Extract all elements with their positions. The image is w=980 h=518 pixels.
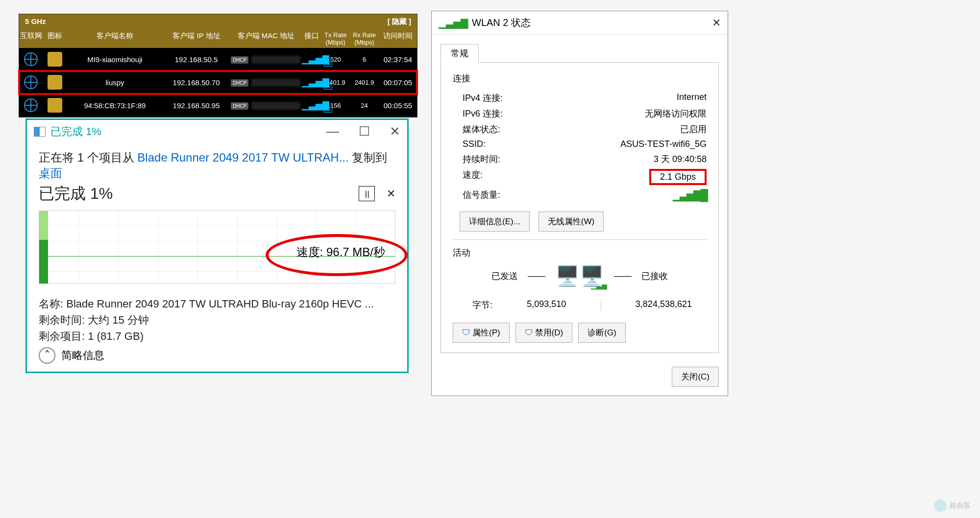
col-time: 访问时间 — [379, 31, 417, 46]
cancel-button[interactable]: ✕ — [387, 188, 395, 200]
ssid-label: SSID: — [463, 139, 486, 149]
col-name: 客户端名称 — [67, 31, 163, 46]
globe-icon — [24, 75, 38, 89]
props-label: 属性(P) — [472, 328, 500, 337]
router-client-panel: 5 GHz [ 隐藏 ] 互联网 图标 客户端名称 客户端 IP 地址 客户端 … — [19, 14, 417, 118]
signal-label: 信号质量: — [463, 189, 500, 202]
name-label: 名称: — [39, 298, 66, 310]
copy-icon — [34, 127, 46, 137]
copy-description: 正在将 1 个项目从 Blade Runner 2049 2017 TW ULT… — [39, 150, 395, 181]
col-icon: 图标 — [43, 31, 67, 46]
access-time: 02:37:54 — [379, 55, 417, 64]
band-label: 5 GHz — [25, 17, 46, 26]
table-row[interactable]: liuspy192.168.50.70DHCP▁▃▅▇5G2401.92401.… — [19, 71, 417, 94]
client-mac: DHCP — [230, 55, 302, 64]
diagnose-button[interactable]: 诊断(G) — [578, 323, 626, 343]
shield-icon: 🛡 — [462, 328, 470, 337]
copy-title: 已完成 1% — [50, 124, 101, 139]
client-name: 94:58:CB:73:1F:89 — [67, 101, 163, 110]
bytes-label: 字节: — [472, 299, 492, 311]
wlan-title: WLAN 2 状态 — [472, 16, 531, 29]
bytes-separator — [601, 299, 601, 311]
general-tab[interactable]: 常规 — [441, 44, 479, 63]
speed-label: 速度: — [463, 169, 483, 185]
items-label: 剩余项目: — [39, 330, 88, 342]
sent-label: 已发送 — [491, 270, 518, 282]
wlan-status-dialog: ▁▃▅▇ WLAN 2 状态 ✕ 常规 连接 IPv4 连接:Internet … — [431, 11, 728, 396]
close-button[interactable]: ✕ — [390, 124, 400, 139]
disable-button[interactable]: 🛡禁用(D) — [515, 323, 573, 343]
device-icon — [48, 75, 62, 90]
speed-highlight-annotation — [266, 234, 408, 276]
copy-dest-link[interactable]: 桌面 — [39, 166, 62, 180]
computers-icon: 🖥️🖥️▁▃▅ — [555, 264, 604, 287]
minimize-button[interactable]: — — [326, 124, 339, 139]
col-ip: 客户端 IP 地址 — [163, 31, 230, 46]
signal-bars-icon: ▁▃▅▇█ — [673, 189, 707, 202]
rx-rate: 24 — [350, 102, 379, 109]
ipv4-label: IPv4 连接: — [463, 92, 503, 104]
access-time: 00:07:05 — [379, 78, 417, 87]
recv-label: 已接收 — [641, 270, 668, 282]
watermark-icon — [934, 499, 947, 512]
watermark-text: 路由器 — [950, 501, 970, 510]
table-row[interactable]: MI9-xiaomishouji192.168.50.5DHCP▁▃▅▇5G52… — [19, 48, 417, 71]
hide-toggle[interactable]: [ 隐藏 ] — [388, 17, 411, 26]
copy-source-link[interactable]: Blade Runner 2049 2017 TW ULTRAH... — [137, 151, 348, 164]
dash-icon: —— — [528, 271, 545, 281]
rx-rate: 2401.9 — [350, 79, 379, 86]
ipv6-value: 无网络访问权限 — [645, 108, 707, 119]
shield-icon: 🛡 — [525, 328, 533, 337]
duration-label: 持续时间: — [463, 153, 500, 165]
time-value: 大约 15 分钟 — [88, 314, 149, 326]
properties-button[interactable]: 🛡属性(P) — [453, 323, 510, 343]
pause-button[interactable]: ॥ — [359, 186, 375, 201]
file-copy-dialog: 已完成 1% — ☐ ✕ 正在将 1 个项目从 Blade Runner 204… — [25, 118, 409, 373]
watermark: 路由器 — [934, 499, 970, 512]
client-ip: 192.168.50.5 — [163, 55, 230, 64]
router-band-header: 5 GHz [ 隐藏 ] — [19, 14, 417, 29]
media-label: 媒体状态: — [463, 123, 500, 135]
client-name: liuspy — [67, 78, 163, 87]
rx-rate: 6 — [350, 56, 379, 63]
divider — [453, 239, 707, 240]
table-row[interactable]: 94:58:CB:73:1F:89192.168.50.95DHCP▁▃▅▇5G… — [19, 94, 417, 117]
device-icon — [48, 52, 62, 67]
col-intf: 接口 — [302, 31, 321, 46]
details-button[interactable]: 详细信息(E)... — [460, 212, 530, 232]
col-mac: 客户端 MAC 地址 — [230, 31, 302, 46]
client-mac: DHCP — [230, 78, 302, 87]
chevron-up-icon: ˄ — [39, 347, 55, 364]
activity-section: 活动 — [453, 247, 707, 259]
copy-mid: 复制到 — [349, 151, 388, 164]
wlan-close-button[interactable]: ✕ — [712, 17, 721, 29]
bytes-sent-value: 5,093,510 — [527, 299, 566, 311]
connection-section: 连接 — [453, 72, 707, 84]
router-table-header: 互联网 图标 客户端名称 客户端 IP 地址 客户端 MAC 地址 接口 Tx … — [19, 29, 417, 48]
graph-progress-bar — [39, 211, 48, 283]
wifi-icon: ▁▃▅▇ — [439, 17, 468, 29]
brief-info-toggle[interactable]: 简略信息 — [61, 348, 104, 363]
col-rx: Rx Rate (Mbps) — [350, 31, 379, 46]
maximize-button[interactable]: ☐ — [359, 124, 370, 139]
client-name: MI9-xiaomishouji — [67, 55, 163, 64]
bytes-recv-value: 3,824,538,621 — [636, 299, 692, 311]
wireless-props-button[interactable]: 无线属性(W) — [539, 212, 604, 232]
copy-titlebar: 已完成 1% — ☐ ✕ — [27, 120, 407, 143]
ssid-value: ASUS-TEST-wifi6_5G — [620, 139, 707, 149]
name-value: Blade Runner 2049 2017 TW ULTRAHD Blu-ra… — [66, 298, 374, 310]
globe-icon — [24, 98, 38, 112]
close-dialog-button[interactable]: 关闭(C) — [672, 367, 719, 387]
copy-footer[interactable]: ˄ 简略信息 — [39, 347, 104, 364]
ipv6-label: IPv6 连接: — [463, 108, 503, 119]
signal-icon: ▁▃▅▇5G — [302, 100, 329, 111]
items-value: 1 (81.7 GB) — [88, 330, 144, 342]
dash-icon: —— — [614, 271, 632, 281]
disable-label: 禁用(D) — [535, 328, 564, 337]
time-label: 剩余时间: — [39, 314, 88, 326]
device-icon — [48, 98, 62, 113]
speed-value-highlighted: 2.1 Gbps — [649, 169, 707, 185]
duration-value: 3 天 09:40:58 — [654, 153, 707, 165]
client-mac: DHCP — [230, 101, 302, 110]
client-ip: 192.168.50.95 — [163, 101, 230, 110]
